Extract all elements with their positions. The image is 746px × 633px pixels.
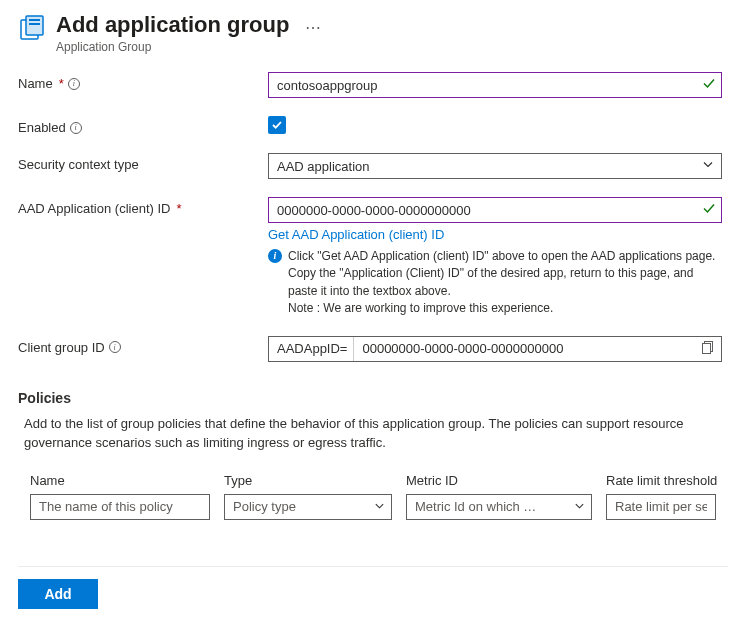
svg-rect-3 [29,23,40,25]
security-context-label: Security context type [18,157,139,172]
add-button[interactable]: Add [18,579,98,609]
info-icon[interactable]: i [70,122,82,134]
aad-help-text-2: Note : We are working to improve this ex… [288,300,722,317]
required-indicator: * [59,76,64,91]
policies-input-row: Policy type Metric Id on which … [18,494,728,520]
chevron-down-icon [574,499,585,514]
client-group-id-value: 00000000-0000-0000-0000000000 [354,341,571,356]
security-context-select[interactable]: AAD application [268,153,722,179]
policy-metric-select[interactable]: Metric Id on which … [406,494,592,520]
policy-type-select[interactable]: Policy type [224,494,392,520]
policy-metric-placeholder: Metric Id on which … [415,499,536,514]
more-actions-button[interactable]: ⋯ [305,18,321,37]
page-title: Add application group [56,12,289,38]
copy-icon[interactable] [702,341,715,357]
policy-col-threshold: Rate limit threshold [606,473,728,488]
enabled-label: Enabled [18,120,66,135]
info-icon[interactable]: i [68,78,80,90]
enabled-checkbox[interactable] [268,116,286,134]
chevron-down-icon [374,499,385,514]
info-icon[interactable]: i [109,341,121,353]
policy-col-name: Name [30,473,210,488]
client-group-id-field: AADAppID= 00000000-0000-0000-0000000000 [268,336,722,362]
name-input[interactable] [268,72,722,98]
policies-description: Add to the list of group policies that d… [18,414,728,453]
policies-table-header: Name Type Metric ID Rate limit threshold [18,473,728,488]
valid-checkmark-icon [702,202,716,219]
aad-app-id-label: AAD Application (client) ID [18,201,170,216]
policy-threshold-input[interactable] [606,494,716,520]
client-group-id-prefix: AADAppID= [269,337,354,361]
aad-help-text-1: Click "Get AAD Application (client) ID" … [288,248,722,300]
info-filled-icon: i [268,249,282,263]
aad-app-id-input[interactable] [268,197,722,223]
get-aad-app-id-link[interactable]: Get AAD Application (client) ID [268,227,444,242]
valid-checkmark-icon [702,77,716,94]
client-group-id-label: Client group ID [18,340,105,355]
policy-name-input[interactable] [30,494,210,520]
policies-section-title: Policies [18,390,728,406]
security-context-value: AAD application [277,159,370,174]
application-group-icon [18,14,46,42]
svg-rect-1 [26,16,43,35]
name-label: Name [18,76,53,91]
required-indicator: * [176,201,181,216]
policy-type-placeholder: Policy type [233,499,296,514]
page-subtitle: Application Group [56,40,289,54]
svg-rect-2 [29,19,40,21]
page-header: Add application group Application Group … [18,12,728,54]
svg-rect-5 [703,343,711,353]
policy-col-metric: Metric ID [406,473,592,488]
policy-col-type: Type [224,473,392,488]
